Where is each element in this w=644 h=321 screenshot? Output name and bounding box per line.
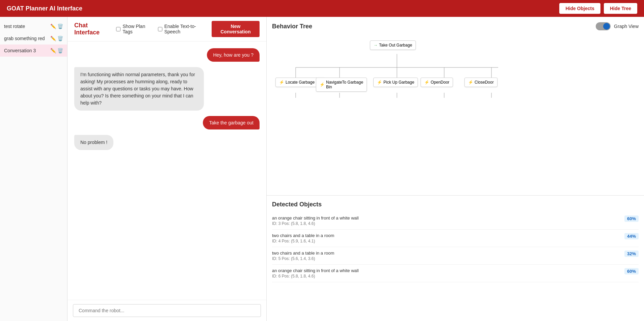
obj-pct-2: 32%	[624, 251, 639, 257]
child-label-3: OpenDoor	[431, 80, 449, 85]
edit-icon-0[interactable]: ✏️	[50, 24, 56, 29]
enable-tts-label[interactable]: Enable Text-to-Speech	[158, 24, 205, 34]
conv-item-icons-0: ✏️ 🗑️	[50, 24, 63, 29]
obj-pct-1: 44%	[624, 233, 639, 239]
child-node-4: ⚡ CloseDoor	[464, 78, 498, 87]
child-label-1: NavigateTo GarbageBin	[326, 80, 363, 89]
chat-input-area	[68, 300, 266, 321]
root-node-label: Take Out Garbage	[379, 43, 412, 48]
bolt-icon-4: ⚡	[468, 80, 473, 85]
obj-pos-2: ID: 5 Pos: (5.6, 1.4, 3.6)	[272, 256, 334, 261]
child-node-2: ⚡ Pick Up Garbage	[373, 78, 418, 87]
chat-input[interactable]	[73, 304, 261, 317]
bt-title: Behavior Tree	[272, 23, 312, 30]
enable-tts-checkbox[interactable]	[158, 27, 162, 31]
bolt-icon-1: ⚡	[320, 82, 325, 87]
obj-info-3: an orange chair sitting in front of a wh…	[272, 268, 359, 279]
message-2: Take the garbage out	[203, 116, 260, 129]
obj-name-1: two chairs and a table in a room	[272, 233, 334, 238]
bt-header: Behavior Tree Graph View	[272, 22, 639, 30]
detected-objects-panel: Detected Objects an orange chair sitting…	[267, 196, 644, 321]
show-plan-tags-checkbox[interactable]	[116, 27, 120, 31]
object-item-3: an orange chair sitting in front of a wh…	[272, 265, 639, 282]
conversation-list: test rotate ✏️ 🗑️ grab something red ✏️ …	[0, 17, 68, 321]
root-node: → Take Out Garbage	[370, 40, 416, 50]
conversation-item-0[interactable]: test rotate ✏️ 🗑️	[0, 20, 67, 32]
new-conversation-button[interactable]: New Conversation	[212, 21, 260, 37]
child-label-2: Pick Up Garbage	[383, 80, 414, 85]
show-plan-tags-label[interactable]: Show Plan Tags	[116, 24, 151, 34]
chat-interface-title: Chat Interface	[74, 22, 109, 36]
graph-view-label: Graph View	[614, 24, 639, 29]
conv-item-label-0: test rotate	[4, 24, 50, 29]
edit-icon-1[interactable]: ✏️	[50, 36, 56, 41]
conv-item-label-1: grab something red	[4, 36, 50, 41]
object-item-1: two chairs and a table in a room ID: 4 P…	[272, 230, 639, 247]
objects-list: an orange chair sitting in front of a wh…	[272, 212, 639, 282]
obj-name-3: an orange chair sitting in front of a wh…	[272, 268, 359, 273]
message-0: Hey, how are you ?	[207, 48, 260, 62]
obj-pct-3: 60%	[624, 268, 639, 274]
conv-item-icons-2: ✏️ 🗑️	[50, 48, 63, 53]
tree-svg	[272, 34, 639, 162]
obj-pos-3: ID: 6 Pos: (5.8, 1.8, 4.6)	[272, 274, 359, 279]
app-header: GOAT Planner AI Interface Hide Objects H…	[0, 0, 644, 17]
delete-icon-1[interactable]: 🗑️	[57, 36, 63, 41]
conversation-item-2[interactable]: Conversation 3 ✏️ 🗑️	[0, 45, 67, 57]
bolt-icon-3: ⚡	[424, 80, 429, 85]
child-node-1: ⚡ NavigateTo GarbageBin	[316, 78, 367, 92]
delete-icon-0[interactable]: 🗑️	[57, 24, 63, 29]
graph-view-switch[interactable]	[596, 22, 611, 30]
chat-header: Chat Interface Show Plan Tags Enable Tex…	[68, 17, 266, 41]
tree-diagram: → Take Out Garbage ⚡ Locate Garbage Bin …	[272, 34, 639, 162]
obj-pos-0: ID: 3 Pos: (5.8, 1.8, 4.6)	[272, 221, 359, 226]
header-buttons: Hide Objects Hide Tree	[559, 3, 637, 14]
right-panel: Behavior Tree Graph View	[267, 17, 644, 321]
left-panel: test rotate ✏️ 🗑️ grab something red ✏️ …	[0, 17, 267, 321]
message-1: I'm functioning within normal parameters…	[74, 67, 204, 111]
child-node-3: ⚡ OpenDoor	[421, 78, 453, 87]
message-3: No problem !	[74, 135, 113, 150]
bolt-icon-0: ⚡	[279, 80, 284, 85]
object-item-2: two chairs and a table in a room ID: 5 P…	[272, 247, 639, 265]
app-title: GOAT Planner AI Interface	[7, 5, 82, 12]
obj-info-0: an orange chair sitting in front of a wh…	[272, 215, 359, 226]
main-layout: test rotate ✏️ 🗑️ grab something red ✏️ …	[0, 17, 644, 321]
child-label-4: CloseDoor	[475, 80, 494, 85]
conversation-item-1[interactable]: grab something red ✏️ 🗑️	[0, 32, 67, 45]
graph-view-toggle[interactable]: Graph View	[596, 22, 639, 30]
obj-info-2: two chairs and a table in a room ID: 5 P…	[272, 251, 334, 261]
enable-tts-text: Enable Text-to-Speech	[164, 24, 205, 34]
obj-pct-0: 60%	[624, 215, 639, 222]
delete-icon-2[interactable]: 🗑️	[57, 48, 63, 53]
messages-container: Hey, how are you ?I'm functioning within…	[68, 41, 266, 300]
obj-pos-1: ID: 4 Pos: (5.9, 1.6, 4.1)	[272, 239, 334, 243]
object-item-0: an orange chair sitting in front of a wh…	[272, 212, 639, 230]
obj-name-0: an orange chair sitting in front of a wh…	[272, 215, 359, 221]
chat-area: Chat Interface Show Plan Tags Enable Tex…	[68, 17, 266, 321]
obj-name-2: two chairs and a table in a room	[272, 251, 334, 256]
obj-info-1: two chairs and a table in a room ID: 4 P…	[272, 233, 334, 243]
hide-objects-button[interactable]: Hide Objects	[559, 3, 600, 14]
conv-item-icons-1: ✏️ 🗑️	[50, 36, 63, 41]
show-plan-tags-text: Show Plan Tags	[123, 24, 151, 34]
behavior-tree-panel: Behavior Tree Graph View	[267, 17, 644, 196]
bolt-icon-2: ⚡	[377, 80, 382, 85]
edit-icon-2[interactable]: ✏️	[50, 48, 56, 53]
hide-tree-button[interactable]: Hide Tree	[604, 3, 637, 14]
conv-item-label-2: Conversation 3	[4, 48, 50, 53]
detected-objects-title: Detected Objects	[272, 201, 639, 208]
arrow-icon: →	[374, 43, 378, 48]
